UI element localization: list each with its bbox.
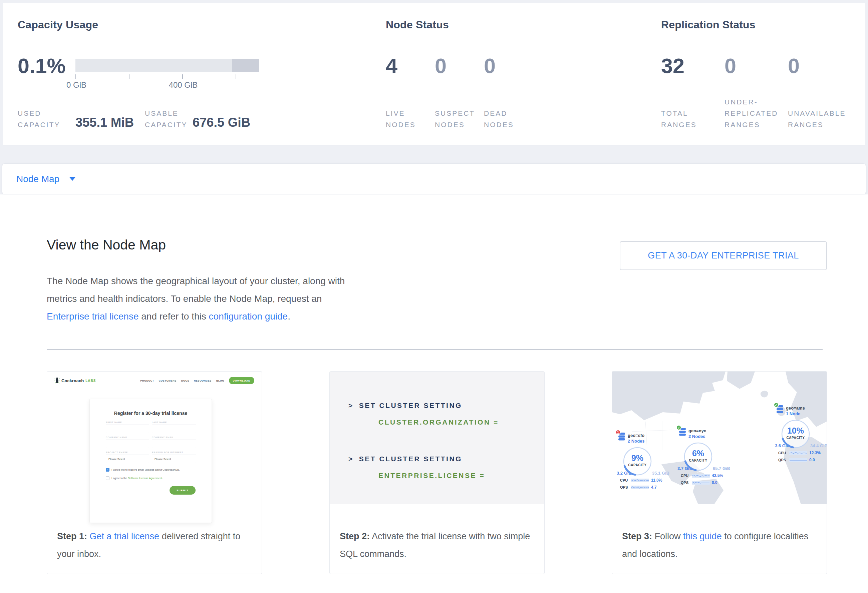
step1-card: Cockroach LABS PRODUCT CUSTOMERS DOCS RE… [47, 371, 262, 574]
qps-value: 4.7 [651, 485, 657, 490]
chevron-down-icon [69, 177, 75, 181]
node-map-preview-image: 1 geo=sfo 2 Nodes [612, 372, 827, 504]
project-phase-select-depiction: Please Select [106, 455, 149, 463]
nav-blog: BLOG [216, 379, 224, 382]
cpu-value: 12.3% [809, 450, 821, 455]
get-enterprise-trial-button[interactable]: GET A 30-DAY ENTERPRISE TRIAL [620, 241, 827, 270]
capacity-ring: 10% CAPACITY [781, 419, 810, 449]
step2-caption: Step 2: Activate the trial license with … [330, 504, 544, 563]
locality-node-count: 2 Nodes [628, 438, 645, 444]
last-name-field-depiction [152, 425, 196, 433]
locality-node-count: 2 Nodes [688, 434, 706, 439]
step1-caption: Step 1: Get a trial license delivered st… [47, 504, 262, 563]
qps-sparkline [692, 481, 710, 485]
cpu-sparkline [692, 474, 710, 478]
get-trial-license-link[interactable]: Get a trial license [90, 531, 159, 541]
locality-ams[interactable]: ✓ geo=ams 1 Node [775, 405, 827, 462]
registration-screenshot-image: Cockroach LABS PRODUCT CUSTOMERS DOCS RE… [47, 372, 262, 504]
axis-tick [236, 74, 236, 79]
suspect-nodes-label: SUSPECTNODES [435, 108, 475, 130]
company-email-field-depiction [152, 440, 196, 448]
axis-tick-label-400: 400 GiB [169, 80, 198, 90]
reason-select-depiction: Please Select [152, 455, 196, 463]
unavailable-ranges-label: UNAVAILABLERANGES [788, 108, 846, 130]
site-nav: PRODUCT CUSTOMERS DOCS RESOURCES BLOG [140, 379, 224, 382]
capacity-percent: 10% [781, 426, 810, 436]
healthy-badge: ✓ [774, 402, 779, 408]
capacity-label: CAPACITY [781, 436, 810, 440]
nav-resources: RESOURCES [194, 379, 211, 382]
used-capacity-label: USEDCAPACITY [18, 108, 60, 130]
capacity-label: CAPACITY [683, 459, 713, 462]
usable-capacity-value: 676.5 GiB [193, 115, 250, 130]
locality-sfo[interactable]: 1 geo=sfo 2 Nodes [617, 432, 675, 490]
used-capacity-value: 355.1 MiB [75, 115, 134, 130]
axis-tick [182, 74, 183, 79]
node-map-enterprise-section: View the Node Map GET A 30-DAY ENTERPRIS… [0, 194, 868, 593]
enterprise-trial-license-link[interactable]: Enterprise trial license [47, 311, 139, 322]
capacity-total: 34.4 GiB [810, 443, 827, 448]
company-name-field-depiction [106, 440, 149, 448]
qps-sparkline [789, 458, 807, 462]
live-nodes-label: LIVENODES [386, 108, 416, 130]
usable-capacity-label: USABLECAPACITY [145, 108, 187, 130]
locality-name: geo=sfo [628, 433, 645, 438]
axis-tick-label-0: 0 GiB [66, 80, 86, 90]
qps-value: 0.0 [712, 480, 717, 485]
page-title: View the Node Map [47, 237, 166, 253]
section-divider [47, 349, 822, 350]
step2-card: >SET CLUSTER SETTING CLUSTER.ORGANIZATIO… [329, 371, 545, 574]
dead-nodes-count: 0 [484, 55, 496, 77]
capacity-used-percent: 0.1% [18, 55, 66, 77]
total-ranges-label: TOTALRANGES [661, 108, 697, 130]
submit-button-depiction: SUBMIT [170, 486, 196, 494]
first-name-field-depiction [106, 425, 149, 433]
node-status-title: Node Status [386, 19, 449, 31]
capacity-label: CAPACITY [623, 463, 652, 467]
step3-caption: Step 3: Follow this guide to configure l… [612, 504, 827, 563]
capacity-percent: 9% [623, 453, 652, 463]
view-selector-value[interactable]: Node Map [16, 174, 59, 184]
cockroach-site-header: Cockroach LABS PRODUCT CUSTOMERS DOCS RE… [55, 375, 254, 386]
form-title: Register for a 30-day trial license [106, 411, 196, 416]
suspect-nodes-count: 0 [435, 55, 447, 77]
under-replicated-ranges-count: 0 [725, 55, 736, 77]
capacity-total: 65.7 GiB [713, 466, 730, 471]
locality-name: geo=nyc [688, 428, 706, 434]
email-updates-checkbox-depiction: ✓ [106, 468, 109, 472]
qps-value: 0.0 [809, 458, 815, 462]
dead-nodes-label: DEADNODES [484, 108, 514, 130]
capacity-ring: 9% CAPACITY [623, 447, 652, 476]
locality-name: geo=ams [786, 405, 805, 411]
cpu-sparkline [789, 451, 807, 455]
cpu-value: 11.0% [651, 478, 662, 483]
configuration-guide-link[interactable]: configuration guide [209, 311, 288, 322]
locality-node-count: 1 Node [786, 411, 805, 416]
live-nodes-count: 4 [386, 55, 397, 77]
cluster-summary-panel: Capacity Usage 0.1% 0 GiB 400 GiB USEDCA… [3, 3, 865, 146]
capacity-total: 35.1 GiB [652, 471, 669, 475]
nav-customers: CUSTOMERS [159, 379, 177, 382]
view-selector-dropdown[interactable]: Node Map [2, 163, 866, 194]
capacity-usage-title: Capacity Usage [18, 19, 98, 31]
capacity-bar-other-segment [232, 59, 259, 72]
unavailable-ranges-count: 0 [788, 55, 800, 77]
sql-prompt: > [348, 402, 354, 409]
under-replicated-ranges-label: UNDER-REPLICATEDRANGES [725, 96, 778, 130]
qps-sparkline [631, 486, 649, 489]
node-map-description: The Node Map shows the geographical layo… [47, 272, 364, 325]
cluster-organization-setting: CLUSTER.ORGANIZATION = [378, 418, 499, 426]
replication-status-title: Replication Status [661, 19, 756, 31]
error-badge: 1 [616, 430, 621, 435]
axis-tick [129, 74, 130, 79]
cockroach-labs-logo: Cockroach LABS [55, 377, 96, 384]
this-guide-link[interactable]: this guide [683, 531, 722, 541]
capacity-percent: 6% [683, 449, 713, 458]
capacity-usage-bar [75, 59, 259, 72]
capacity-ring: 6% CAPACITY [683, 442, 713, 471]
total-ranges-count: 32 [661, 55, 685, 77]
sql-commands-image: >SET CLUSTER SETTING CLUSTER.ORGANIZATIO… [330, 372, 544, 504]
locality-nyc[interactable]: ✓ geo=nyc 2 Nodes [678, 428, 736, 485]
cpu-sparkline [631, 478, 649, 482]
download-button-depiction: DOWNLOAD [229, 377, 254, 384]
